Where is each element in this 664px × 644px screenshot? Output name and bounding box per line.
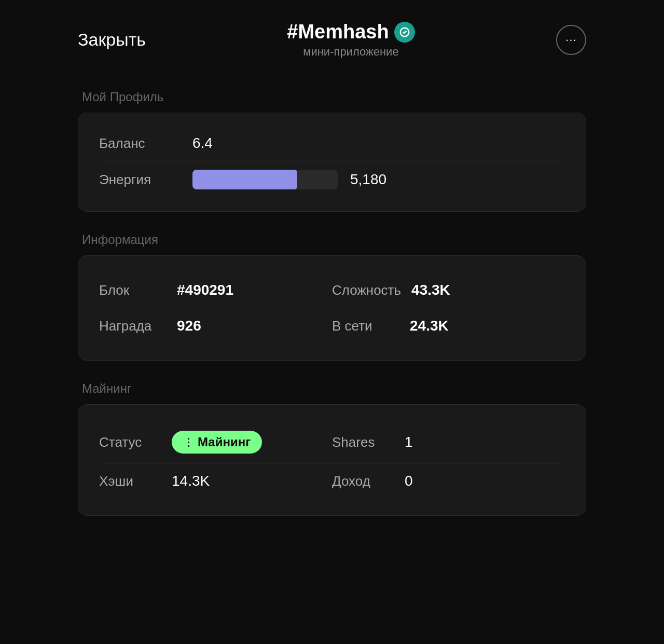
header-center: #Memhash мини-приложение bbox=[287, 21, 414, 59]
profile-card: Баланс 6.4 Энергия 5,180 bbox=[78, 113, 586, 212]
hash-value: 14.3K bbox=[172, 473, 210, 489]
energy-value: 5,180 bbox=[350, 171, 386, 188]
income-label: Доход bbox=[332, 473, 394, 489]
app-title: #Memhash bbox=[287, 21, 389, 43]
mining-grid: Статус ⋮ Майнинг Shares 1 Хэши 14.3K Дох… bbox=[99, 421, 565, 499]
status-row: Статус ⋮ Майнинг bbox=[99, 421, 332, 463]
profile-section: Мой Профиль Баланс 6.4 Энергия 5,180 bbox=[78, 90, 586, 212]
energy-label: Энергия bbox=[99, 172, 192, 188]
energy-bar bbox=[192, 170, 338, 189]
status-badge-text: Майнинг bbox=[198, 435, 251, 449]
info-section-label: Информация bbox=[78, 232, 586, 247]
info-section: Информация Блок #490291 Сложность 43.3K … bbox=[78, 232, 586, 361]
hash-label: Хэши bbox=[99, 473, 161, 489]
income-row: Доход 0 bbox=[332, 463, 565, 499]
energy-bar-empty bbox=[297, 170, 338, 189]
info-grid: Блок #490291 Сложность 43.3K Награда 926… bbox=[99, 272, 565, 344]
block-label: Блок bbox=[99, 282, 167, 298]
network-label: В сети bbox=[332, 318, 399, 334]
status-dots-icon: ⋮ bbox=[183, 436, 193, 448]
energy-row-content: 5,180 bbox=[192, 170, 386, 189]
difficulty-label: Сложность bbox=[332, 282, 401, 298]
shares-row: Shares 1 bbox=[332, 421, 565, 463]
shares-label: Shares bbox=[332, 434, 394, 450]
header-title-row: #Memhash bbox=[287, 21, 414, 43]
balance-label: Баланс bbox=[99, 135, 192, 152]
network-value: 24.3K bbox=[410, 318, 449, 334]
balance-value: 6.4 bbox=[192, 135, 213, 152]
block-row: Блок #490291 bbox=[99, 272, 332, 308]
energy-bar-fill bbox=[192, 170, 297, 189]
app-container: Закрыть #Memhash мини-приложение ··· Мой… bbox=[47, 0, 617, 557]
network-row: В сети 24.3K bbox=[332, 308, 565, 344]
mining-status-badge[interactable]: ⋮ Майнинг bbox=[172, 431, 262, 454]
status-label: Статус bbox=[99, 434, 161, 450]
reward-row: Награда 926 bbox=[99, 308, 332, 344]
profile-section-label: Мой Профиль bbox=[78, 90, 586, 104]
header: Закрыть #Memhash мини-приложение ··· bbox=[78, 21, 586, 59]
reward-label: Награда bbox=[99, 318, 167, 334]
difficulty-value: 43.3K bbox=[411, 282, 450, 298]
info-card: Блок #490291 Сложность 43.3K Награда 926… bbox=[78, 255, 586, 361]
balance-row: Баланс 6.4 bbox=[99, 130, 565, 157]
more-options-button[interactable]: ··· bbox=[556, 25, 586, 55]
income-value: 0 bbox=[405, 473, 413, 489]
app-subtitle: мини-приложение bbox=[303, 45, 398, 59]
profile-divider bbox=[99, 161, 565, 161]
mining-section-label: Майнинг bbox=[78, 381, 586, 396]
block-value: #490291 bbox=[177, 282, 233, 298]
mining-card: Статус ⋮ Майнинг Shares 1 Хэши 14.3K Дох… bbox=[78, 404, 586, 516]
verified-badge-icon bbox=[394, 22, 415, 43]
energy-row: Энергия 5,180 bbox=[99, 165, 565, 195]
shares-value: 1 bbox=[405, 434, 413, 450]
difficulty-row: Сложность 43.3K bbox=[332, 272, 565, 308]
hash-row: Хэши 14.3K bbox=[99, 463, 332, 499]
reward-value: 926 bbox=[177, 318, 201, 334]
mining-section: Майнинг Статус ⋮ Майнинг Shares 1 Хэши bbox=[78, 381, 586, 516]
close-button[interactable]: Закрыть bbox=[78, 30, 146, 50]
